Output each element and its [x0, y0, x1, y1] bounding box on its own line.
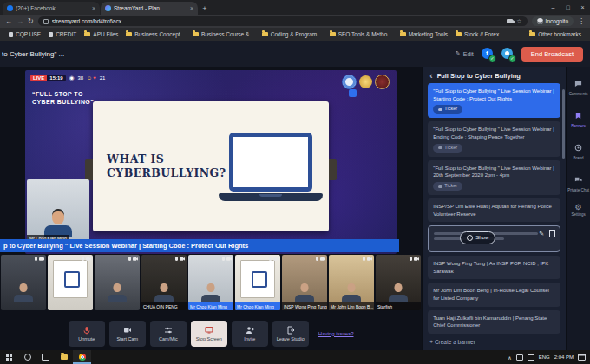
tab-private-chat[interactable]: Private Chat — [567, 172, 589, 192]
cam-icon — [133, 257, 138, 261]
end-broadcast-button[interactable]: End Broadcast — [521, 47, 583, 62]
banner-item[interactable]: "Full Stop to Cyber Bullying " Live Sess… — [428, 121, 560, 156]
cam-mic-settings-button[interactable]: Cam/Mic — [150, 321, 187, 347]
start-cam-button[interactable]: Start Cam — [109, 321, 146, 347]
banner-item[interactable]: Tuan Haji Zulkafli bin Kamaruddin | Pena… — [428, 310, 560, 334]
camera-access-icon[interactable] — [507, 19, 513, 23]
tray-icon[interactable] — [516, 354, 523, 361]
edit-title-button[interactable]: ✎ Edit — [456, 50, 474, 57]
address-bar[interactable]: streamyard.com/bd4trc6acx ☆ — [38, 16, 528, 26]
org-logo-2 — [359, 75, 372, 88]
participant-thumbnail[interactable] — [48, 255, 93, 310]
mic-cam-icons — [35, 257, 44, 261]
other-bookmarks[interactable]: Other bookmarks — [526, 30, 585, 38]
bookmark-item[interactable]: Business Course &... — [189, 30, 258, 38]
mic-icon — [82, 257, 84, 261]
participant-name-label: INSP Wong Ping Tung — [282, 302, 327, 310]
clock[interactable]: 2:04 PM — [554, 354, 574, 360]
back-icon[interactable]: ‹ — [429, 73, 432, 80]
participant-thumbnail[interactable]: CHUA QIN PENG — [141, 255, 187, 310]
participant-thumbnail[interactable] — [1, 255, 46, 310]
bookmark-item[interactable]: CQP USE — [5, 30, 44, 38]
destination-icon-2[interactable]: ✓ — [502, 48, 514, 60]
task-view-button[interactable] — [36, 350, 55, 364]
mic-icon — [363, 257, 365, 261]
show-banner-button[interactable]: Show — [460, 231, 495, 244]
cam-icon — [226, 257, 232, 261]
maximize-button[interactable]: □ — [560, 0, 575, 15]
invite-button[interactable]: Invite — [232, 321, 268, 347]
browser-menu-icon[interactable]: ⋮ — [578, 15, 585, 28]
banner-item[interactable]: Mr John Lim Boon Beng | In-House Legal C… — [428, 283, 560, 306]
bookmark-item[interactable]: APU Files — [81, 30, 121, 38]
stop-screen-button[interactable]: Stop Screen — [191, 321, 227, 347]
file-explorer-button[interactable] — [55, 350, 73, 364]
tab-brand[interactable]: Brand — [574, 140, 584, 160]
mic-icon — [175, 257, 178, 261]
mic-cam-icons — [269, 257, 279, 261]
refresh-icon[interactable]: ↻ — [28, 15, 34, 28]
leave-studio-button[interactable]: Leave Studio — [272, 321, 309, 347]
facebook-destination-icon[interactable]: f ✓ — [482, 48, 494, 60]
participant-avatar — [12, 283, 35, 302]
participant-thumbnail[interactable]: Mr John Lim Boon B... — [329, 255, 374, 310]
having-issues-link[interactable]: Having issues? — [318, 331, 354, 336]
bookmark-item[interactable]: Business Concept... — [122, 30, 188, 38]
microphone-icon — [82, 326, 91, 335]
action-center-icon[interactable] — [578, 354, 586, 361]
participant-thumbnail[interactable]: INSP Wong Ping Tung — [282, 255, 327, 310]
participant-thumbnail[interactable]: Starfish — [376, 255, 421, 310]
mic-cam-icons — [222, 257, 232, 261]
tab-settings[interactable]: ⚙ Settings — [571, 204, 585, 217]
mic-cam-icons — [410, 257, 419, 261]
site-info-icon[interactable] — [43, 19, 49, 24]
tab-facebook[interactable]: (20+) Facebook × — [3, 2, 100, 15]
participant-avatar — [153, 283, 175, 302]
banner-item-hovered[interactable]: Show ✎ — [428, 225, 560, 251]
tab-comments[interactable]: Comments — [569, 75, 588, 96]
tray-icon[interactable] — [528, 354, 534, 361]
back-nav-icon[interactable]: ← — [5, 15, 12, 28]
tray-chevron-icon[interactable]: ∧ — [508, 354, 511, 361]
bookmark-item[interactable]: CREDIT — [45, 30, 80, 38]
bookmark-item[interactable]: Stock // Forex — [452, 30, 502, 38]
screen: (20+) Facebook × StreamYard - Plan × + –… — [0, 0, 590, 364]
cam-icon — [180, 257, 185, 261]
close-window-button[interactable]: × — [575, 0, 590, 15]
banner-item-active[interactable]: "Full Stop to Cyber Bullying " Live Sess… — [428, 83, 560, 118]
folder-icon — [262, 32, 268, 36]
live-badge: LIVE 15:19 — [30, 75, 66, 81]
create-banner-button[interactable]: + Create a banner — [423, 334, 566, 350]
banner-item[interactable]: "Full Stop to Cyber Bullying " Live Sess… — [428, 160, 560, 195]
bookmark-star-icon[interactable]: ☆ — [516, 18, 521, 25]
cam-icon — [273, 257, 279, 261]
language-indicator[interactable]: ENG — [539, 354, 550, 360]
close-tab-icon[interactable]: × — [92, 5, 95, 11]
bookmark-item[interactable]: Marketing Tools — [397, 30, 451, 38]
unmute-button[interactable]: Unmute — [69, 321, 105, 347]
tab-banners[interactable]: Banners — [571, 107, 586, 128]
sidebar-scrollbar[interactable] — [562, 89, 565, 159]
new-tab-button[interactable]: + — [199, 4, 211, 13]
banner-list: "Full Stop to Cyber Bullying " Live Sess… — [423, 83, 566, 334]
edit-banner-icon[interactable]: ✎ — [539, 230, 544, 238]
banner-item[interactable]: INSP/SP Lim Ewe Huat | Adjutan for Penan… — [428, 198, 560, 222]
banner-item[interactable]: INSP Wong Ping Tung | As INSP POF, NCID … — [428, 256, 560, 279]
cam-icon — [367, 257, 372, 261]
participant-name-label: Mr John Lim Boon B... — [329, 302, 374, 310]
search-button[interactable] — [18, 350, 36, 364]
participant-avatar — [293, 283, 316, 302]
minimize-button[interactable]: – — [546, 0, 560, 15]
close-tab-icon[interactable]: × — [190, 5, 193, 11]
tab-streamyard[interactable]: StreamYard - Plan × — [101, 2, 198, 15]
chrome-taskbar-button[interactable] — [73, 350, 91, 364]
start-button[interactable] — [0, 350, 18, 364]
bookmark-item[interactable]: Coding & Program... — [259, 30, 325, 38]
ticker-badge: Ticker — [433, 144, 462, 153]
participant-thumbnail[interactable]: Mr Choo Kian Ming — [188, 255, 233, 310]
forward-nav-icon[interactable]: → — [16, 15, 23, 28]
participant-thumbnail[interactable] — [95, 255, 140, 310]
bookmark-item[interactable]: SEO Tools & Metho... — [326, 30, 396, 38]
participant-thumbnail[interactable]: Mr Choo Kian Ming — [235, 255, 280, 310]
delete-banner-icon[interactable] — [549, 231, 555, 237]
